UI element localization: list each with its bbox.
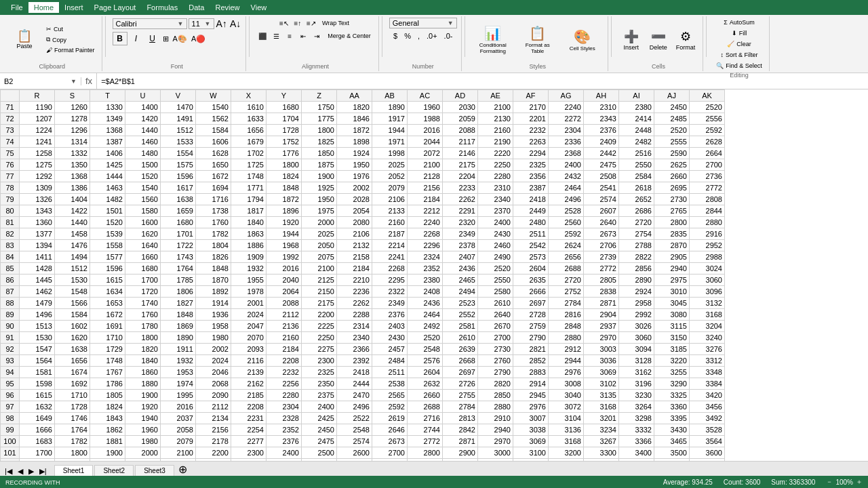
cell-AJ71[interactable]: 2450 [654, 102, 690, 113]
cell-AA90[interactable]: 2314 [337, 321, 372, 332]
cell-AA95[interactable]: 2444 [337, 378, 372, 390]
cell-Z80[interactable]: 1975 [302, 205, 337, 217]
cell-R93[interactable]: 1564 [20, 355, 55, 367]
cell-T72[interactable]: 1349 [90, 113, 125, 125]
cell-AE91[interactable]: 2700 [478, 332, 513, 344]
cell-AE79[interactable]: 2340 [478, 194, 513, 205]
cell-AE75[interactable]: 2220 [478, 148, 513, 159]
tab-home[interactable]: Home [28, 2, 59, 13]
cell-Y89[interactable]: 2112 [267, 309, 302, 321]
cell-AB92[interactable]: 2457 [372, 344, 408, 355]
cell-Y76[interactable]: 1800 [267, 159, 302, 171]
cell-AK80[interactable]: 2844 [690, 205, 725, 217]
cell-AK95[interactable]: 3384 [690, 378, 725, 390]
cell-Z81[interactable]: 2000 [302, 217, 337, 228]
cell-AJ100[interactable]: 3465 [654, 436, 690, 447]
cell-AJ87[interactable]: 3010 [654, 286, 690, 298]
cell-styles-button[interactable]: 🎨 Cell Styles [561, 26, 604, 54]
cell-W75[interactable]: 1628 [196, 148, 231, 159]
cell-AF71[interactable]: 2170 [513, 102, 549, 113]
cell-X84[interactable]: 1909 [231, 251, 267, 263]
cell-V82[interactable]: 1701 [161, 228, 196, 240]
cell-T71[interactable]: 1330 [90, 102, 125, 113]
cell-AA78[interactable]: 2002 [337, 182, 372, 194]
cell-S90[interactable]: 1602 [55, 321, 90, 332]
cell-AJ86[interactable]: 2975 [654, 274, 690, 286]
cell-U80[interactable]: 1580 [125, 205, 161, 217]
decrease-font-button[interactable]: A↓ [229, 18, 241, 30]
cell-AH81[interactable]: 2640 [584, 217, 619, 228]
font-size-selector[interactable]: 11 ▼ [189, 18, 214, 29]
cell-AE97[interactable]: 2880 [478, 401, 513, 413]
cell-T92[interactable]: 1729 [90, 344, 125, 355]
cell-U88[interactable]: 1740 [125, 298, 161, 309]
cell-S93[interactable]: 1656 [55, 355, 90, 367]
cell-AC76[interactable]: 2100 [408, 159, 443, 171]
cell-AH91[interactable]: 2970 [584, 332, 619, 344]
cell-AB86[interactable]: 2295 [372, 274, 408, 286]
cell-Y94[interactable]: 2232 [267, 367, 302, 378]
cell-AD97[interactable]: 2784 [443, 401, 478, 413]
cell-AH76[interactable]: 2475 [584, 159, 619, 171]
cell-Z76[interactable]: 1875 [302, 159, 337, 171]
tab-page-layout[interactable]: Page Layout [89, 2, 142, 13]
cell-AB98[interactable]: 2619 [372, 413, 408, 424]
cell-S78[interactable]: 1386 [55, 182, 90, 194]
cell-X71[interactable]: 1610 [231, 102, 267, 113]
cell-AI102[interactable] [619, 459, 654, 462]
cell-AI99[interactable]: 3332 [619, 424, 654, 436]
cell-AH74[interactable]: 2409 [584, 136, 619, 148]
cell-V72[interactable]: 1491 [161, 113, 196, 125]
cell-AK96[interactable]: 3420 [690, 390, 725, 401]
cell-T95[interactable]: 1786 [90, 378, 125, 390]
cell-R71[interactable]: 1190 [20, 102, 55, 113]
clear-button[interactable]: 🧹 Clear [724, 39, 754, 49]
cell-AH82[interactable]: 2673 [584, 228, 619, 240]
cell-AA76[interactable]: 1950 [337, 159, 372, 171]
cell-T80[interactable]: 1501 [90, 205, 125, 217]
cell-W93[interactable]: 2024 [196, 355, 231, 367]
cell-R73[interactable]: 1224 [20, 125, 55, 136]
cell-AJ85[interactable]: 2940 [654, 263, 690, 274]
cell-AC74[interactable]: 2044 [408, 136, 443, 148]
cell-AI72[interactable]: 2414 [619, 113, 654, 125]
col-header-U[interactable]: U [125, 90, 161, 102]
cell-T81[interactable]: 1520 [90, 217, 125, 228]
col-header-AC[interactable]: AC [408, 90, 443, 102]
tab-insert[interactable]: Insert [59, 2, 89, 13]
cell-X77[interactable]: 1748 [231, 171, 267, 182]
cell-S74[interactable]: 1314 [55, 136, 90, 148]
cell-Y80[interactable]: 1896 [267, 205, 302, 217]
cell-AF94[interactable]: 2883 [513, 367, 549, 378]
cell-AA79[interactable]: 2028 [337, 194, 372, 205]
number-format-selector[interactable]: General ▼ [389, 18, 457, 28]
cell-AJ99[interactable]: 3430 [654, 424, 690, 436]
cell-R74[interactable]: 1241 [20, 136, 55, 148]
cell-AH79[interactable]: 2574 [584, 194, 619, 205]
cell-AJ88[interactable]: 3045 [654, 298, 690, 309]
cell-Z75[interactable]: 1850 [302, 148, 337, 159]
cell-T90[interactable]: 1691 [90, 321, 125, 332]
cell-AC97[interactable]: 2688 [408, 401, 443, 413]
cell-T74[interactable]: 1387 [90, 136, 125, 148]
cell-U74[interactable]: 1460 [125, 136, 161, 148]
cell-R96[interactable]: 1615 [20, 390, 55, 401]
cell-AC102[interactable] [408, 459, 443, 462]
cell-W102[interactable] [196, 459, 231, 462]
cell-AJ82[interactable]: 2835 [654, 228, 690, 240]
cell-AE84[interactable]: 2490 [478, 251, 513, 263]
cell-AD71[interactable]: 2030 [443, 102, 478, 113]
cell-AH72[interactable]: 2343 [584, 113, 619, 125]
cell-AK89[interactable]: 3168 [690, 309, 725, 321]
cell-AF85[interactable]: 2604 [513, 263, 549, 274]
col-header-AA[interactable]: AA [337, 90, 372, 102]
cell-W94[interactable]: 2046 [196, 367, 231, 378]
cell-AB73[interactable]: 1944 [372, 125, 408, 136]
tab-file[interactable]: File [5, 2, 28, 13]
cell-R89[interactable]: 1496 [20, 309, 55, 321]
cell-AI81[interactable]: 2720 [619, 217, 654, 228]
percent-button[interactable]: % [401, 30, 414, 41]
cell-AF93[interactable]: 2852 [513, 355, 549, 367]
cell-AI74[interactable]: 2482 [619, 136, 654, 148]
cell-AF97[interactable]: 2976 [513, 401, 549, 413]
